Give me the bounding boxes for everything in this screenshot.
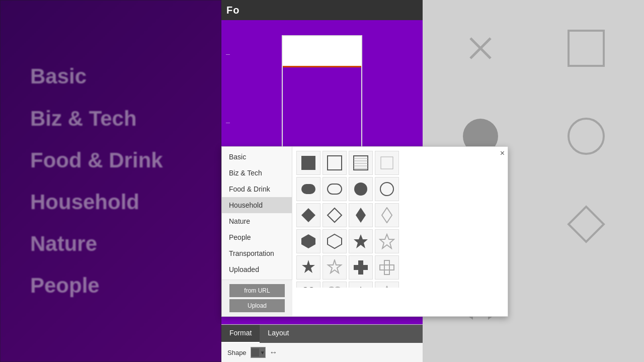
shapes-grid	[296, 151, 504, 288]
shape-star-outline[interactable]	[375, 229, 399, 253]
ruler-mark	[226, 123, 230, 123]
bg-food-drink: Food & Drink	[30, 143, 221, 177]
svg-marker-21	[328, 208, 342, 222]
shape-fill	[283, 66, 361, 155]
format-panel: Format Layout Shape ▼ ↔ ×	[221, 324, 423, 362]
svg-rect-15	[381, 157, 393, 169]
dropdown-item-uploaded[interactable]: Uploaded	[222, 261, 292, 278]
upload-button[interactable]: Upload	[229, 299, 285, 312]
svg-rect-2	[569, 31, 604, 66]
svg-marker-24	[301, 234, 315, 248]
color-dropdown-arrow: ▼	[260, 350, 265, 355]
shape-diamond-filled[interactable]	[296, 203, 320, 227]
svg-rect-16	[301, 184, 315, 194]
link-icon[interactable]: ↔	[270, 348, 278, 357]
dropdown-bottom: from URL Upload	[222, 280, 292, 316]
svg-rect-8	[328, 156, 342, 170]
header-title: Fo	[226, 5, 239, 16]
shape-rounded-rect-filled[interactable]	[296, 177, 320, 201]
bg-household: Household	[30, 185, 221, 219]
shape-star-filled[interactable]	[349, 229, 373, 253]
dropdown-list: Basic Biz & Tech Food & Drink Household …	[222, 147, 292, 280]
shape-cross-outline[interactable]	[375, 255, 399, 280]
shape-flat-hex-outline[interactable]	[323, 229, 347, 253]
canvas-area: Format Layout Shape ▼ ↔ ×	[221, 20, 423, 362]
main-panel: Fo Format Layout Shape	[221, 0, 423, 362]
svg-rect-17	[328, 184, 342, 194]
svg-rect-32	[384, 260, 389, 275]
svg-marker-29	[328, 260, 341, 273]
dropdown-item-basic[interactable]: Basic	[222, 149, 292, 165]
shape-outline-rect[interactable]	[323, 151, 347, 175]
dropdown-item-biz-tech[interactable]: Biz & Tech	[222, 165, 292, 181]
shape-preview	[282, 35, 362, 156]
shape-diamond-outline[interactable]	[323, 203, 347, 227]
svg-marker-34	[354, 287, 368, 288]
bg-nature: Nature	[30, 227, 221, 260]
svg-marker-20	[301, 208, 315, 222]
from-url-button[interactable]: from URL	[229, 284, 285, 297]
shape-striped-rect[interactable]	[349, 151, 373, 175]
svg-marker-35	[380, 287, 394, 288]
shape-heart-filled[interactable]	[296, 282, 320, 288]
svg-rect-9	[354, 156, 368, 170]
bg-diamond-outline	[566, 204, 606, 246]
shape-heart-outline[interactable]	[323, 282, 347, 288]
shape-tall-diamond-outline[interactable]	[375, 203, 399, 227]
bg-basic: Basic	[30, 59, 221, 93]
svg-marker-26	[354, 234, 368, 248]
format-content: Shape ▼ ↔	[221, 343, 423, 362]
color-swatch	[251, 348, 259, 356]
dropdown-list-panel: Basic Biz & Tech Food & Drink Household …	[222, 147, 292, 316]
shape-5pt-star-outline[interactable]	[323, 255, 347, 280]
shape-filled-rect[interactable]	[296, 151, 320, 175]
dropdown-item-food-drink[interactable]: Food & Drink	[222, 181, 292, 197]
svg-marker-25	[328, 234, 342, 248]
bg-people: People	[30, 268, 221, 302]
shape-triangle-outline[interactable]	[375, 282, 399, 288]
dropdown-item-people[interactable]: People	[222, 229, 292, 245]
shape-circle-outline[interactable]	[375, 177, 399, 201]
svg-marker-22	[356, 208, 366, 223]
svg-marker-28	[302, 260, 315, 273]
close-button[interactable]: ×	[500, 149, 505, 158]
bg-biz-tech: Biz & Tech	[30, 102, 221, 135]
svg-point-19	[380, 183, 393, 196]
dropdown-item-household[interactable]: Household	[222, 197, 292, 213]
tab-layout[interactable]: Layout	[260, 325, 297, 343]
shape-row: Shape ▼ ↔	[227, 347, 417, 358]
background-left-panel: Basic Biz & Tech Food & Drink Household …	[0, 0, 221, 362]
bg-rect-shape	[566, 28, 606, 70]
svg-marker-6	[569, 207, 604, 242]
svg-rect-7	[301, 156, 315, 170]
ruler-mark	[226, 54, 230, 55]
shape-circle-filled[interactable]	[349, 177, 373, 201]
shape-thin-outline-rect[interactable]	[375, 151, 399, 175]
format-tabs: Format Layout	[221, 325, 423, 343]
shape-5pt-star-filled[interactable]	[296, 255, 320, 280]
shape-triangle-filled[interactable]	[349, 282, 373, 288]
shapes-grid-area	[292, 147, 508, 288]
shape-rounded-rect-outline[interactable]	[323, 177, 347, 201]
dropdown-item-transportation[interactable]: Transportation	[222, 245, 292, 261]
svg-rect-31	[354, 265, 368, 270]
bg-close-icon	[465, 33, 496, 65]
dropdown-overlay: × Basic Biz & Tech Food & Drink Househol…	[221, 146, 508, 317]
svg-marker-23	[382, 208, 392, 223]
shape-tall-diamond-filled[interactable]	[349, 203, 373, 227]
dropdown-item-nature[interactable]: Nature	[222, 213, 292, 229]
shape-cross-filled[interactable]	[349, 255, 373, 280]
svg-point-4	[569, 119, 604, 154]
header-bar: Fo	[221, 0, 423, 20]
tab-format[interactable]: Format	[221, 325, 260, 343]
svg-point-18	[354, 183, 367, 196]
svg-rect-33	[380, 265, 394, 270]
bg-circle-outline	[566, 116, 606, 158]
shape-flat-hex-filled[interactable]	[296, 229, 320, 253]
svg-marker-27	[380, 234, 394, 248]
shape-color-button[interactable]: ▼	[251, 347, 266, 358]
shape-label: Shape	[227, 349, 247, 356]
